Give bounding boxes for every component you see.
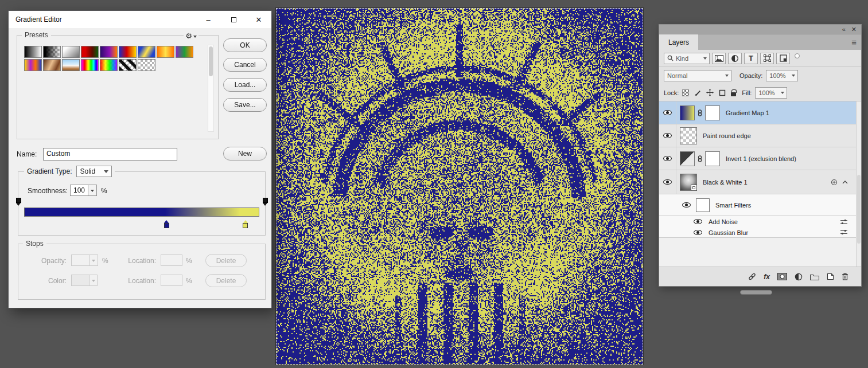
layer-mask-thumbnail[interactable] [705,105,720,120]
filter-row-add-noise[interactable]: Add Noise [659,216,856,227]
filter-smart-objects-button[interactable] [776,53,790,64]
preset-swatch[interactable] [81,59,99,71]
smart-filters-row[interactable]: Smart Filters [659,194,856,216]
artboard-icon[interactable] [719,89,726,96]
new-button[interactable]: New [223,147,267,160]
layer-name[interactable]: Black & White 1 [703,179,748,186]
new-layer-icon[interactable] [827,273,834,280]
layer-row-gradient-map[interactable]: Gradient Map 1 [659,101,856,124]
chevron-up-icon[interactable] [842,181,848,184]
name-input[interactable]: Custom [43,148,177,160]
layer-thumbnail[interactable] [680,127,697,144]
gradient-map-thumbnail[interactable] [680,105,695,120]
maximize-button[interactable] [221,11,246,28]
delete-layer-trash-icon[interactable] [842,273,848,280]
layer-mask-thumbnail[interactable] [705,151,720,166]
opacity-stop-left[interactable] [15,198,21,206]
presets-scrollbar[interactable] [208,45,214,132]
visibility-toggle[interactable] [694,219,702,224]
preset-swatch[interactable] [138,46,155,58]
adjustment-layer-icon[interactable] [795,273,803,281]
visibility-toggle[interactable] [659,124,676,147]
close-button[interactable]: ✕ [246,11,271,28]
layer-name[interactable]: Gradient Map 1 [726,109,769,116]
filter-mask-thumbnail[interactable] [696,198,710,212]
tab-layers[interactable]: Layers [659,34,698,50]
visibility-toggle[interactable] [694,230,702,235]
gradient-type-select[interactable]: Solid [76,166,112,177]
preset-swatch[interactable] [43,59,61,71]
filter-kind-select[interactable]: Kind [664,53,710,64]
filter-pixel-layers-button[interactable] [712,53,726,64]
add-layer-mask-icon[interactable] [777,273,787,280]
opacity-select[interactable]: 100% [766,70,798,81]
new-group-folder-icon[interactable] [810,273,819,280]
close-panel-icon[interactable]: ✕ [851,26,857,33]
smoothness-dropdown[interactable] [88,185,97,196]
move-icon[interactable] [706,89,714,96]
layer-row-black-white[interactable]: Black & White 1 [659,170,856,194]
layer-row-paint-round-edge[interactable]: Paint round edge [659,124,856,147]
gradient-preview-bar[interactable] [24,208,259,217]
mask-link-icon[interactable] [698,109,702,116]
filter-name[interactable]: Gaussian Blur [709,229,748,236]
preset-swatch[interactable] [100,59,118,71]
filter-name[interactable]: Add Noise [709,218,738,225]
blend-mode-select[interactable]: Normal [664,70,731,81]
preset-swatch[interactable] [138,59,155,71]
invert-adjustment-thumbnail[interactable] [680,151,695,166]
scrollbar-thumb[interactable] [209,46,213,76]
preset-swatch[interactable] [176,46,193,58]
preset-swatch[interactable] [24,46,42,58]
preset-swatch[interactable] [43,46,61,58]
color-stop-yellow[interactable] [243,218,248,226]
visibility-toggle[interactable] [659,147,676,170]
preset-swatch[interactable] [100,46,118,58]
dialog-titlebar[interactable]: Gradient Editor – ✕ [9,11,271,28]
filter-blend-options[interactable] [840,218,848,225]
preset-swatch[interactable] [157,46,174,58]
preset-swatch[interactable] [62,59,80,71]
collapse-panel-icon[interactable]: « [842,26,846,33]
visibility-toggle[interactable] [659,101,676,124]
preset-swatch[interactable] [24,59,42,71]
scrollbar-thumb[interactable] [857,175,861,244]
document-canvas-selection[interactable] [276,8,643,365]
panel-group-resize-handle[interactable] [740,290,772,295]
preset-swatch[interactable] [81,46,99,58]
effects-toggle-icon[interactable] [831,179,838,186]
visibility-toggle[interactable] [659,170,676,194]
filter-blend-options[interactable] [840,229,848,236]
layers-scrollbar[interactable] [856,101,861,267]
lock-all-icon[interactable] [731,92,736,96]
presets-menu-button[interactable]: ⚙ [184,32,198,40]
layer-name[interactable]: Paint round edge [703,132,751,139]
preset-swatch[interactable] [119,46,137,58]
ok-button[interactable]: OK [223,38,267,52]
link-layers-icon[interactable] [748,273,756,280]
preset-swatch[interactable] [62,46,80,58]
load-button[interactable]: Load... [223,78,267,92]
layer-name[interactable]: Invert 1 (exclusion blend) [726,155,796,162]
filter-type-layers-button[interactable]: T [744,53,758,64]
panel-menu-icon[interactable]: ≡ [851,37,861,47]
document-image[interactable] [277,9,643,364]
filter-shape-layers-button[interactable] [760,53,774,64]
opacity-stop-right[interactable] [262,198,268,206]
brush-icon[interactable] [694,89,701,96]
color-stop-blue[interactable] [164,218,169,226]
smart-filters-label[interactable]: Smart Filters [715,202,751,209]
filter-adjustment-layers-button[interactable] [728,53,742,64]
lock-transparency-icon[interactable] [682,89,689,96]
preset-swatch[interactable] [119,59,137,71]
filter-row-gaussian-blur[interactable]: Gaussian Blur [659,227,856,238]
cancel-button[interactable]: Cancel [223,58,267,72]
save-button[interactable]: Save... [223,98,267,112]
layer-row-invert[interactable]: Invert 1 (exclusion blend) [659,147,856,170]
layer-filtering-toggle[interactable] [795,53,800,58]
smart-object-thumbnail[interactable] [680,174,697,191]
minimize-button[interactable]: – [196,11,221,28]
layer-style-fx-icon[interactable]: fx [764,273,770,281]
visibility-toggle[interactable] [682,202,691,208]
mask-link-icon[interactable] [698,155,702,162]
